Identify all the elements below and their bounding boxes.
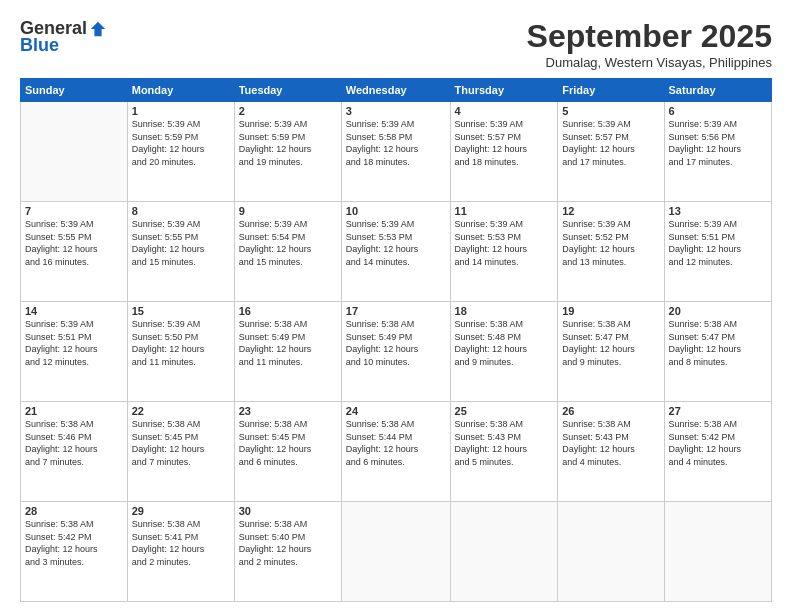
day-number: 22 <box>132 405 230 417</box>
table-row: 7Sunrise: 5:39 AM Sunset: 5:55 PM Daylig… <box>21 202 128 302</box>
header: General Blue September 2025 Dumalag, Wes… <box>20 18 772 70</box>
day-number: 29 <box>132 505 230 517</box>
col-thursday: Thursday <box>450 79 558 102</box>
day-info: Sunrise: 5:38 AM Sunset: 5:45 PM Dayligh… <box>239 418 337 468</box>
table-row: 18Sunrise: 5:38 AM Sunset: 5:48 PM Dayli… <box>450 302 558 402</box>
day-number: 27 <box>669 405 767 417</box>
day-info: Sunrise: 5:39 AM Sunset: 5:59 PM Dayligh… <box>132 118 230 168</box>
table-row: 29Sunrise: 5:38 AM Sunset: 5:41 PM Dayli… <box>127 502 234 602</box>
day-number: 18 <box>455 305 554 317</box>
table-row: 11Sunrise: 5:39 AM Sunset: 5:53 PM Dayli… <box>450 202 558 302</box>
table-row: 3Sunrise: 5:39 AM Sunset: 5:58 PM Daylig… <box>341 102 450 202</box>
day-info: Sunrise: 5:39 AM Sunset: 5:50 PM Dayligh… <box>132 318 230 368</box>
table-row: 21Sunrise: 5:38 AM Sunset: 5:46 PM Dayli… <box>21 402 128 502</box>
title-block: September 2025 Dumalag, Western Visayas,… <box>527 18 772 70</box>
day-number: 21 <box>25 405 123 417</box>
table-row: 30Sunrise: 5:38 AM Sunset: 5:40 PM Dayli… <box>234 502 341 602</box>
day-info: Sunrise: 5:38 AM Sunset: 5:49 PM Dayligh… <box>346 318 446 368</box>
day-info: Sunrise: 5:38 AM Sunset: 5:40 PM Dayligh… <box>239 518 337 568</box>
table-row: 2Sunrise: 5:39 AM Sunset: 5:59 PM Daylig… <box>234 102 341 202</box>
day-info: Sunrise: 5:39 AM Sunset: 5:52 PM Dayligh… <box>562 218 659 268</box>
table-row: 1Sunrise: 5:39 AM Sunset: 5:59 PM Daylig… <box>127 102 234 202</box>
header-row: Sunday Monday Tuesday Wednesday Thursday… <box>21 79 772 102</box>
day-info: Sunrise: 5:39 AM Sunset: 5:53 PM Dayligh… <box>455 218 554 268</box>
day-info: Sunrise: 5:39 AM Sunset: 5:55 PM Dayligh… <box>25 218 123 268</box>
day-info: Sunrise: 5:38 AM Sunset: 5:43 PM Dayligh… <box>455 418 554 468</box>
col-sunday: Sunday <box>21 79 128 102</box>
day-info: Sunrise: 5:39 AM Sunset: 5:51 PM Dayligh… <box>669 218 767 268</box>
day-info: Sunrise: 5:38 AM Sunset: 5:42 PM Dayligh… <box>669 418 767 468</box>
day-info: Sunrise: 5:39 AM Sunset: 5:57 PM Dayligh… <box>455 118 554 168</box>
day-info: Sunrise: 5:39 AM Sunset: 5:57 PM Dayligh… <box>562 118 659 168</box>
day-info: Sunrise: 5:39 AM Sunset: 5:53 PM Dayligh… <box>346 218 446 268</box>
day-info: Sunrise: 5:39 AM Sunset: 5:59 PM Dayligh… <box>239 118 337 168</box>
page: General Blue September 2025 Dumalag, Wes… <box>0 0 792 612</box>
table-row: 12Sunrise: 5:39 AM Sunset: 5:52 PM Dayli… <box>558 202 664 302</box>
col-wednesday: Wednesday <box>341 79 450 102</box>
table-row <box>558 502 664 602</box>
table-row <box>21 102 128 202</box>
day-info: Sunrise: 5:38 AM Sunset: 5:42 PM Dayligh… <box>25 518 123 568</box>
table-row <box>664 502 771 602</box>
day-info: Sunrise: 5:38 AM Sunset: 5:46 PM Dayligh… <box>25 418 123 468</box>
table-row: 10Sunrise: 5:39 AM Sunset: 5:53 PM Dayli… <box>341 202 450 302</box>
table-row: 16Sunrise: 5:38 AM Sunset: 5:49 PM Dayli… <box>234 302 341 402</box>
day-number: 2 <box>239 105 337 117</box>
logo-icon <box>89 20 107 38</box>
day-number: 6 <box>669 105 767 117</box>
table-row: 19Sunrise: 5:38 AM Sunset: 5:47 PM Dayli… <box>558 302 664 402</box>
day-info: Sunrise: 5:38 AM Sunset: 5:49 PM Dayligh… <box>239 318 337 368</box>
table-row: 8Sunrise: 5:39 AM Sunset: 5:55 PM Daylig… <box>127 202 234 302</box>
day-number: 24 <box>346 405 446 417</box>
day-number: 15 <box>132 305 230 317</box>
day-number: 11 <box>455 205 554 217</box>
month-title: September 2025 <box>527 18 772 55</box>
day-number: 26 <box>562 405 659 417</box>
day-number: 25 <box>455 405 554 417</box>
day-info: Sunrise: 5:38 AM Sunset: 5:47 PM Dayligh… <box>562 318 659 368</box>
table-row: 5Sunrise: 5:39 AM Sunset: 5:57 PM Daylig… <box>558 102 664 202</box>
day-info: Sunrise: 5:38 AM Sunset: 5:47 PM Dayligh… <box>669 318 767 368</box>
day-number: 30 <box>239 505 337 517</box>
logo: General Blue <box>20 18 107 56</box>
calendar-body: 1Sunrise: 5:39 AM Sunset: 5:59 PM Daylig… <box>21 102 772 602</box>
day-number: 23 <box>239 405 337 417</box>
location: Dumalag, Western Visayas, Philippines <box>527 55 772 70</box>
table-row: 20Sunrise: 5:38 AM Sunset: 5:47 PM Dayli… <box>664 302 771 402</box>
day-number: 13 <box>669 205 767 217</box>
table-row: 22Sunrise: 5:38 AM Sunset: 5:45 PM Dayli… <box>127 402 234 502</box>
table-row: 27Sunrise: 5:38 AM Sunset: 5:42 PM Dayli… <box>664 402 771 502</box>
col-monday: Monday <box>127 79 234 102</box>
day-number: 20 <box>669 305 767 317</box>
day-info: Sunrise: 5:39 AM Sunset: 5:51 PM Dayligh… <box>25 318 123 368</box>
table-row: 6Sunrise: 5:39 AM Sunset: 5:56 PM Daylig… <box>664 102 771 202</box>
table-row: 4Sunrise: 5:39 AM Sunset: 5:57 PM Daylig… <box>450 102 558 202</box>
col-tuesday: Tuesday <box>234 79 341 102</box>
svg-marker-0 <box>91 21 105 35</box>
day-info: Sunrise: 5:39 AM Sunset: 5:55 PM Dayligh… <box>132 218 230 268</box>
day-number: 9 <box>239 205 337 217</box>
table-row: 9Sunrise: 5:39 AM Sunset: 5:54 PM Daylig… <box>234 202 341 302</box>
day-number: 16 <box>239 305 337 317</box>
table-row: 13Sunrise: 5:39 AM Sunset: 5:51 PM Dayli… <box>664 202 771 302</box>
day-number: 5 <box>562 105 659 117</box>
day-info: Sunrise: 5:39 AM Sunset: 5:54 PM Dayligh… <box>239 218 337 268</box>
day-number: 10 <box>346 205 446 217</box>
day-number: 17 <box>346 305 446 317</box>
table-row: 23Sunrise: 5:38 AM Sunset: 5:45 PM Dayli… <box>234 402 341 502</box>
table-row: 25Sunrise: 5:38 AM Sunset: 5:43 PM Dayli… <box>450 402 558 502</box>
day-number: 12 <box>562 205 659 217</box>
day-info: Sunrise: 5:38 AM Sunset: 5:44 PM Dayligh… <box>346 418 446 468</box>
col-friday: Friday <box>558 79 664 102</box>
calendar: Sunday Monday Tuesday Wednesday Thursday… <box>20 78 772 602</box>
day-info: Sunrise: 5:39 AM Sunset: 5:56 PM Dayligh… <box>669 118 767 168</box>
table-row: 15Sunrise: 5:39 AM Sunset: 5:50 PM Dayli… <box>127 302 234 402</box>
day-number: 14 <box>25 305 123 317</box>
day-number: 4 <box>455 105 554 117</box>
day-number: 3 <box>346 105 446 117</box>
day-number: 1 <box>132 105 230 117</box>
day-number: 19 <box>562 305 659 317</box>
day-info: Sunrise: 5:38 AM Sunset: 5:43 PM Dayligh… <box>562 418 659 468</box>
day-number: 8 <box>132 205 230 217</box>
table-row <box>341 502 450 602</box>
